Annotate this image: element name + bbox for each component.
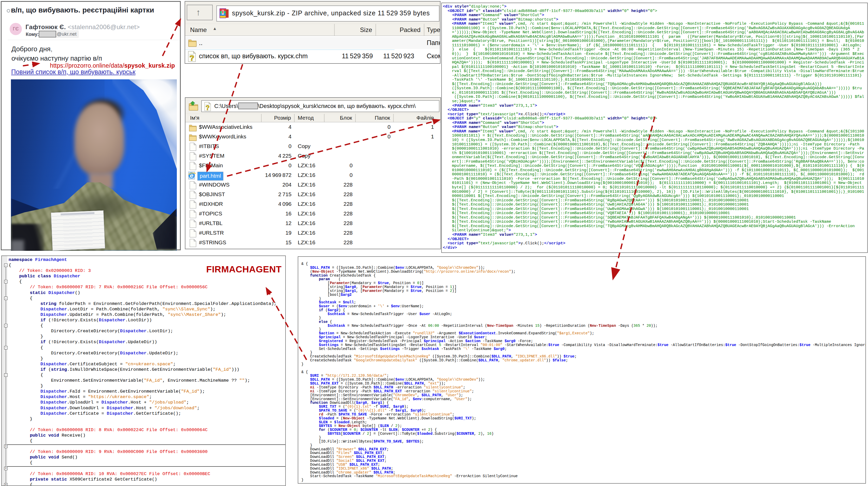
svg-text:?: ? [206,104,210,111]
svg-text:?: ? [190,54,194,62]
